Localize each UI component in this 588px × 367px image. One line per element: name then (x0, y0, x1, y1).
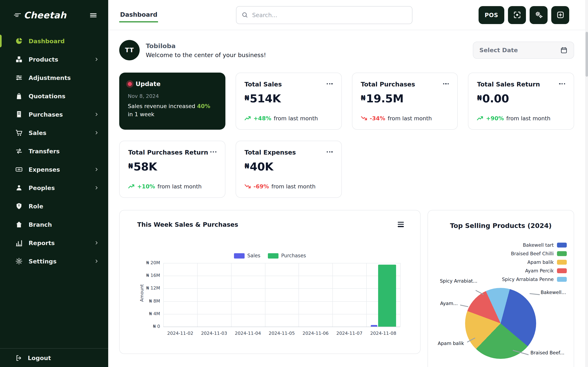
stat-card: Total Sales Return ₦0.00 +90% from last … (468, 73, 574, 130)
dashboard-content: TT Tobiloba Welcome to the center of you… (108, 30, 588, 367)
brand-logo[interactable]: Cheetah (14, 10, 67, 20)
dashboard-icon (15, 37, 23, 45)
status-dot-icon (128, 82, 132, 86)
pie-legend-label: Apam balik (527, 259, 554, 265)
logout-button[interactable]: Logout (0, 348, 108, 367)
sidebar-item-label: Role (29, 203, 43, 209)
products-icon (15, 55, 23, 63)
sidebar-item-label: Products (29, 56, 58, 63)
y-tick-label: ₦ 20M (131, 260, 160, 266)
stat-delta-suffix: from last month (506, 115, 550, 122)
sales-icon (15, 129, 23, 137)
legend-swatch (234, 253, 244, 258)
scrollbar-thumb[interactable] (585, 32, 588, 77)
more-options-icon[interactable] (327, 149, 333, 152)
currency-symbol: ₦ (245, 94, 250, 102)
sidebar-item-products[interactable]: Products (0, 50, 108, 68)
settings-shortcut-button[interactable] (530, 6, 548, 24)
logout-icon (15, 354, 22, 361)
sidebar-item-label: Expenses (29, 166, 60, 173)
more-options-icon[interactable] (443, 81, 449, 84)
stat-delta: -34% (370, 115, 385, 122)
sidebar-item-purchases[interactable]: Purchases (0, 105, 108, 124)
tab-dashboard[interactable]: Dashboard (119, 7, 158, 22)
stat-delta-row: +90% from last month (477, 115, 565, 122)
search-input[interactable] (252, 12, 407, 18)
gridline-vertical (333, 263, 333, 327)
pie-legend-label: Spicy Arrabiata Penne (502, 276, 554, 282)
search-box (236, 6, 413, 24)
gears-icon (534, 11, 543, 19)
scrollbar[interactable] (585, 0, 588, 367)
legend-label: Purchases (281, 253, 306, 259)
pie-legend-swatch (557, 268, 567, 273)
sidebar-toggle-button[interactable] (87, 9, 99, 21)
sidebar-item-label: Branch (29, 221, 52, 228)
gridline-vertical (299, 263, 299, 327)
chart-menu-icon[interactable] (398, 222, 404, 227)
gridline-horizontal (163, 314, 400, 314)
callout-line (460, 305, 468, 307)
sidebar-item-role[interactable]: Role (0, 197, 108, 215)
logout-label: Logout (28, 355, 51, 361)
sidebar-item-sales[interactable]: Sales (0, 124, 108, 142)
pos-button[interactable]: POS (479, 6, 504, 24)
avatar[interactable]: TT (119, 40, 140, 60)
stat-amount: 0.00 (482, 92, 509, 105)
select-date-button[interactable]: Select Date (473, 42, 574, 59)
sidebar-item-expenses[interactable]: Expenses (0, 160, 108, 179)
stat-amount: 40K (250, 160, 273, 173)
chevron-right-icon (94, 57, 99, 62)
sidebar-item-settings[interactable]: Settings (0, 252, 108, 270)
brand-name: Cheetah (24, 10, 67, 20)
pie-chart-title: Top Selling Products (2024) (428, 222, 574, 230)
stat-amount: 58K (134, 160, 157, 173)
pie-legend-swatch (557, 260, 567, 265)
currency-symbol: ₦ (245, 162, 250, 170)
gridline-vertical (231, 263, 231, 327)
pie-legend-item: Spicy Arrabiata Penne (502, 276, 567, 282)
callout-line (530, 293, 540, 295)
sidebar-item-reports[interactable]: Reports (0, 234, 108, 252)
stat-delta: +90% (486, 115, 504, 122)
stat-card: Total Sales ₦514K +48% from last month (236, 73, 342, 130)
more-options-icon[interactable] (559, 81, 565, 84)
branch-icon (15, 221, 23, 228)
sidebar-item-quotations[interactable]: Quotations (0, 87, 108, 105)
more-options-icon[interactable] (327, 81, 333, 84)
stat-delta-row: -34% from last month (361, 115, 449, 122)
callout-line (476, 290, 484, 295)
sidebar-item-adjustments[interactable]: Adjustments (0, 68, 108, 87)
charts-row: This Week Sales & Purchases SalesPurchas… (119, 210, 574, 367)
pie-chart-card: Top Selling Products (2024) Bakewell tar… (428, 210, 574, 367)
sidebar-item-dashboard[interactable]: Dashboard (0, 32, 108, 50)
sidebar-item-label: Settings (29, 258, 57, 264)
welcome-message: Welcome to the center of your business! (146, 52, 266, 58)
stat-title: Total Expenses (245, 149, 296, 156)
trend-up-icon (128, 184, 135, 189)
sidebar-item-transfers[interactable]: Transfers (0, 142, 108, 160)
app-window: Cheetah Dashboard Products Adjustments (0, 0, 588, 367)
pie-legend-swatch (557, 277, 567, 282)
add-button[interactable] (551, 6, 569, 24)
pie-legend-item: Ayam Percik (525, 268, 567, 274)
update-card-header: Update (128, 80, 217, 88)
stat-value: ₦19.5M (361, 92, 449, 105)
trend-down-icon (245, 184, 251, 189)
pie-callout-bakewell: Bakewell... (541, 290, 566, 295)
sidebar-item-peoples[interactable]: Peoples (0, 179, 108, 197)
scan-button[interactable] (508, 6, 526, 24)
sidebar-item-label: Sales (29, 129, 46, 136)
gridline-horizontal (163, 289, 400, 289)
x-tick-label: 2024-11-03 (196, 331, 233, 336)
peoples-icon (15, 184, 23, 192)
more-options-icon[interactable] (210, 149, 216, 152)
calendar-icon (560, 47, 568, 54)
stat-cards-grid: Update Nov 8, 2024 Sales revenue increas… (119, 73, 574, 198)
sidebar-item-label: Adjustments (29, 75, 71, 81)
gridline-vertical (400, 263, 401, 327)
sidebar-item-branch[interactable]: Branch (0, 215, 108, 234)
pie-legend-label: Bakewell tart (523, 242, 554, 248)
bar-chart-legend: SalesPurchases (120, 253, 420, 259)
scan-corners-icon (513, 11, 521, 19)
